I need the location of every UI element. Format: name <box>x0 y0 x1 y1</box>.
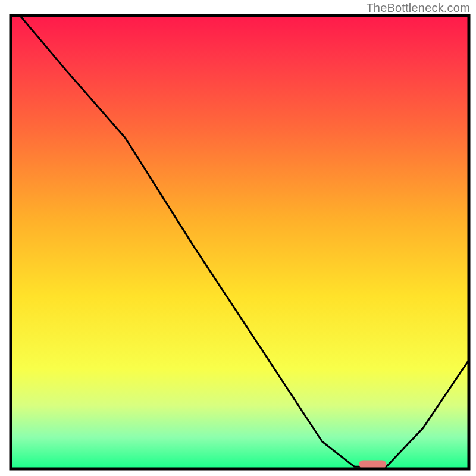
svg-rect-0 <box>11 15 469 469</box>
bottleneck-chart: TheBottleneck.com <box>0 0 476 476</box>
watermark-text: TheBottleneck.com <box>366 1 470 15</box>
chart-svg <box>0 0 476 476</box>
plot-area <box>11 15 469 469</box>
optimal-marker <box>359 460 386 468</box>
